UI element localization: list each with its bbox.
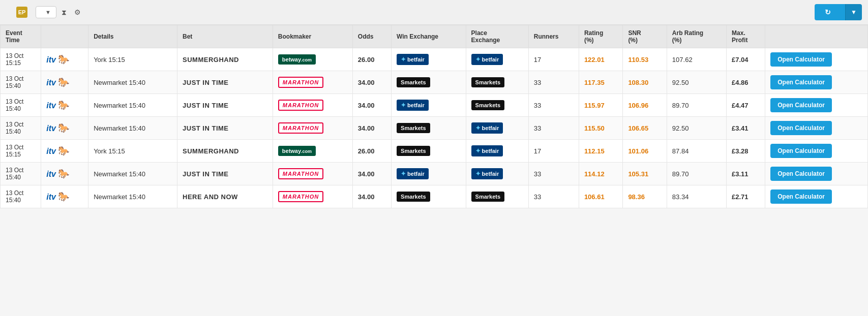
channel-cell: itv 🐎	[41, 94, 88, 117]
smarkets-badge: Smarkets	[397, 146, 430, 156]
action-cell[interactable]: Open Calculator	[765, 94, 868, 117]
event-time-cell: 13 Oct15:40	[1, 185, 41, 208]
action-cell[interactable]: Open Calculator	[765, 163, 868, 185]
itv-logo: itv	[46, 147, 56, 155]
col-channel	[41, 25, 88, 48]
refresh-dropdown-button[interactable]: ▼	[845, 4, 862, 20]
win-exchange-cell: ✦betfair	[392, 163, 466, 185]
open-calculator-button[interactable]: Open Calculator	[770, 167, 832, 181]
refresh-button[interactable]: ↻	[815, 4, 845, 20]
max-profit-cell: £2.71	[727, 185, 765, 208]
table-row: 13 Oct15:15 itv 🐎 York 15:15 SUMMERGHAND…	[1, 48, 868, 71]
max-profit-cell: £7.04	[727, 48, 765, 71]
smarkets-badge: Smarkets	[471, 100, 505, 110]
rating-cell: 122.01	[579, 48, 622, 71]
action-cell[interactable]: Open Calculator	[765, 48, 868, 71]
marathon-badge: MARATHON	[278, 191, 323, 202]
smarkets-badge: Smarkets	[397, 77, 430, 87]
runners-cell: 33	[528, 94, 579, 117]
event-time-cell: 13 Oct15:40	[1, 71, 41, 94]
betfair-badge: ✦betfair	[471, 168, 503, 179]
odds-cell: 34.00	[352, 94, 391, 117]
max-profit-cell: £3.28	[727, 140, 765, 163]
runners-cell: 17	[528, 48, 579, 71]
main-table-container: EventTime Details Bet Bookmaker Odds Win…	[0, 25, 868, 208]
details-cell: Newmarket 15:40	[88, 71, 177, 94]
bet-cell: JUST IN TIME	[177, 163, 273, 185]
betfair-badge: ✦betfair	[397, 100, 429, 111]
action-cell[interactable]: Open Calculator	[765, 140, 868, 163]
action-cell[interactable]: Open Calculator	[765, 185, 868, 208]
odds-cell: 34.00	[352, 163, 391, 185]
place-exchange-cell: Smarkets	[466, 94, 528, 117]
extra-place-button[interactable]: EP	[16, 7, 31, 18]
col-place-exchange: PlaceExchange	[466, 25, 528, 48]
table-body: 13 Oct15:15 itv 🐎 York 15:15 SUMMERGHAND…	[1, 48, 868, 208]
arb-rating-cell: 92.50	[667, 71, 726, 94]
bookmaker-cell: MARATHON	[273, 185, 352, 208]
betfair-badge: ✦betfair	[471, 122, 503, 134]
runners-cell: 17	[528, 140, 579, 163]
snr-cell: 110.53	[623, 48, 667, 71]
col-bookmaker: Bookmaker	[273, 25, 352, 48]
open-calculator-button[interactable]: Open Calculator	[770, 98, 832, 112]
max-profit-cell: £4.47	[727, 94, 765, 117]
horse-icon: 🐎	[58, 100, 69, 110]
place-exchange-cell: ✦betfair	[466, 48, 528, 71]
win-exchange-cell: ✦betfair	[392, 94, 466, 117]
action-cell[interactable]: Open Calculator	[765, 117, 868, 140]
gear-icon: ⚙	[74, 8, 81, 16]
open-calculator-button[interactable]: Open Calculator	[770, 52, 832, 67]
channel-cell: itv 🐎	[41, 140, 88, 163]
open-calculator-button[interactable]: Open Calculator	[770, 121, 832, 135]
filter-icon: ⧗	[62, 8, 67, 17]
betway-badge: betway.com	[278, 146, 316, 156]
horse-icon: 🐎	[58, 146, 69, 156]
itv-logo: itv	[46, 193, 56, 201]
horse-icon: 🐎	[58, 77, 69, 87]
runners-cell: 33	[528, 71, 579, 94]
runners-cell: 33	[528, 163, 579, 185]
betway-badge: betway.com	[278, 54, 316, 65]
rating-cell: 114.12	[579, 163, 622, 185]
open-calculator-button[interactable]: Open Calculator	[770, 75, 832, 89]
arb-rating-cell: 89.70	[667, 163, 726, 185]
open-calculator-button[interactable]: Open Calculator	[770, 144, 832, 158]
details-cell: Newmarket 15:40	[88, 163, 177, 185]
bet-cell: JUST IN TIME	[177, 71, 273, 94]
odds-cell: 34.00	[352, 185, 391, 208]
col-runners: Runners	[528, 25, 579, 48]
col-action	[765, 25, 868, 48]
table-header: EventTime Details Bet Bookmaker Odds Win…	[1, 25, 868, 48]
smarkets-badge: Smarkets	[471, 77, 505, 87]
rating-cell: 115.97	[579, 94, 622, 117]
smarkets-badge: Smarkets	[397, 192, 430, 202]
details-cell: Newmarket 15:40	[88, 185, 177, 208]
odds-cell: 26.00	[352, 48, 391, 71]
col-bet: Bet	[177, 25, 273, 48]
filter-button[interactable]: ⧗	[62, 8, 69, 17]
betfair-badge: ✦betfair	[471, 54, 503, 65]
channel-cell: itv 🐎	[41, 185, 88, 208]
bet-cell: SUMMERGHAND	[177, 48, 273, 71]
snr-cell: 106.96	[623, 94, 667, 117]
open-calculator-button[interactable]: Open Calculator	[770, 189, 832, 204]
win-exchange-cell: Smarkets	[392, 71, 466, 94]
col-snr: SNR(%)	[623, 25, 667, 48]
action-cell[interactable]: Open Calculator	[765, 71, 868, 94]
refresh-icon: ↻	[825, 8, 831, 16]
horse-icon: 🐎	[58, 123, 69, 133]
marathon-badge: MARATHON	[278, 77, 323, 88]
smarkets-badge: Smarkets	[471, 192, 505, 202]
refresh-btn-container: ↻ ▼	[815, 4, 862, 20]
place-exchange-cell: ✦betfair	[466, 117, 528, 140]
details-cell: Newmarket 15:40	[88, 117, 177, 140]
settings-button[interactable]: ⚙	[74, 8, 83, 16]
bet-cell: JUST IN TIME	[177, 94, 273, 117]
place-exchange-cell: Smarkets	[466, 71, 528, 94]
bookmaker-cell: betway.com	[273, 140, 352, 163]
bookmaker-cell: MARATHON	[273, 71, 352, 94]
bookmaker-dropdown[interactable]: ▼	[36, 6, 56, 18]
event-time-cell: 13 Oct15:40	[1, 163, 41, 185]
extra-place-icon: EP	[16, 7, 27, 18]
